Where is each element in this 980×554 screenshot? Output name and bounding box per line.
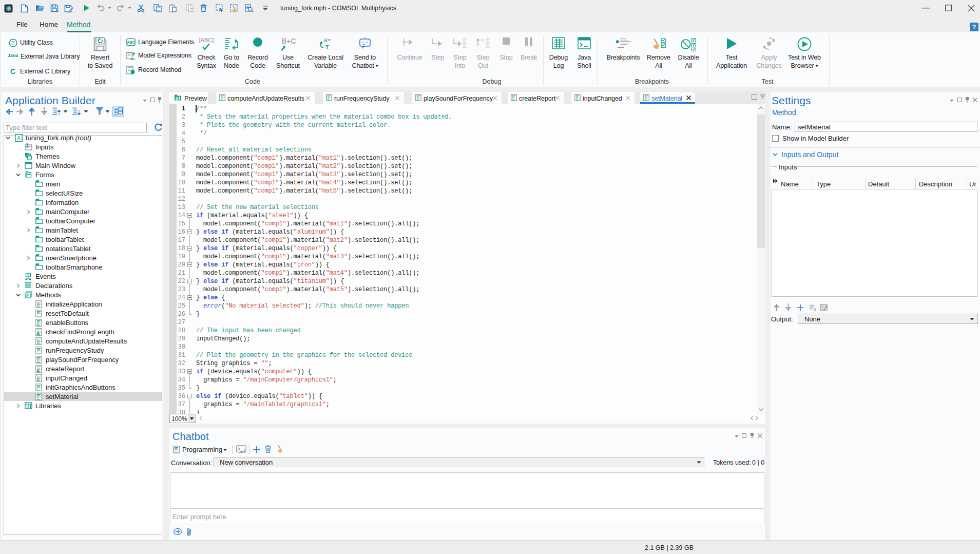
svg-text:[ABC]: [ABC] [199, 37, 214, 43]
svg-text:T: T [325, 44, 329, 50]
svg-text:a=: a= [324, 37, 332, 44]
svg-text:ABC: ABC [127, 41, 134, 45]
svg-text:a=: a= [131, 57, 135, 61]
svg-text:A: A [17, 136, 21, 141]
svg-text:B+C: B+C [282, 37, 296, 45]
